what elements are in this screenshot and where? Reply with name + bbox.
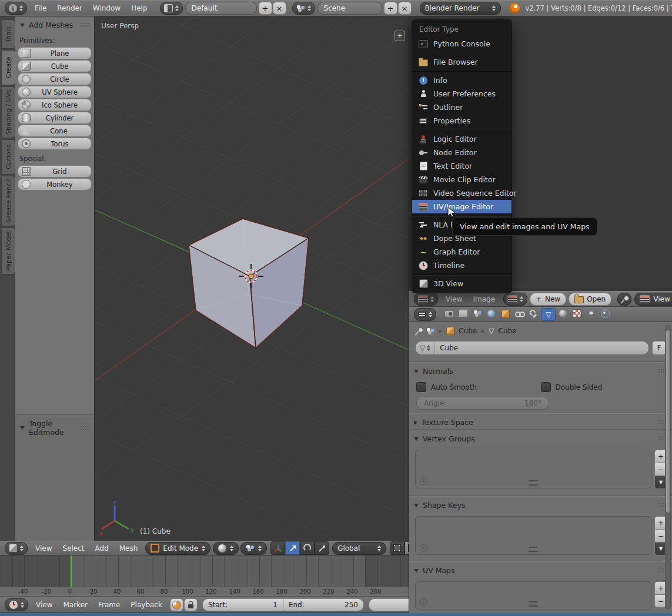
pivot-point-dropdown[interactable] (240, 542, 267, 555)
delete-layout-button[interactable]: × (273, 2, 286, 15)
fake-user-button[interactable]: F (652, 341, 666, 355)
end-frame-field[interactable]: End:250 (283, 598, 364, 611)
normals-panel-header[interactable]: Normals (409, 362, 672, 379)
menu-item-outliner[interactable]: Outliner (412, 101, 511, 114)
menu-uv-image[interactable]: Image (467, 295, 500, 303)
menu-item-3d-view[interactable]: 3D View (412, 277, 511, 290)
menu-timeline-view[interactable]: View (31, 601, 58, 609)
screen-layout-field[interactable]: Default (185, 2, 257, 15)
tab-object[interactable] (499, 308, 512, 320)
vertex-select-button[interactable] (390, 541, 404, 555)
menu-item-uv-image-editor[interactable]: UV/Image Editor (412, 200, 511, 213)
translate-manipulator-button[interactable] (285, 541, 300, 555)
add-ico-sphere-button[interactable]: Ico Sphere (18, 99, 92, 111)
menu-item-node-editor[interactable]: Node Editor (412, 146, 511, 159)
tab-world[interactable] (484, 308, 498, 320)
add-cube-button[interactable]: Cube (18, 60, 92, 72)
add-monkey-button[interactable]: Monkey (18, 178, 92, 190)
texture-space-panel-header[interactable]: Texture Space (409, 413, 672, 430)
add-torus-button[interactable]: Torus (18, 138, 92, 150)
menu-item-properties[interactable]: Properties (412, 114, 511, 128)
viewport-shading-dropdown[interactable] (213, 542, 239, 555)
tab-grease-pencil[interactable]: Grease Pencil (2, 176, 16, 226)
lock-button[interactable] (184, 598, 198, 611)
panel-grip-icon[interactable] (80, 22, 89, 28)
open-image-button[interactable]: Open (569, 293, 611, 306)
pin-button[interactable] (617, 293, 631, 306)
menu-render[interactable]: Render (52, 4, 88, 12)
tab-shading-uvs[interactable]: Shading / UVs (2, 86, 16, 138)
tab-create[interactable]: Create (2, 50, 16, 85)
viewport-3d[interactable]: User Persp + z y x (1) Cube (95, 16, 409, 541)
uv-view-dropdown[interactable]: View (634, 293, 672, 306)
add-plane-button[interactable]: Plane (18, 47, 92, 59)
tab-scene[interactable] (470, 308, 484, 320)
start-frame-field[interactable]: Start:1 (202, 598, 283, 611)
menu-help[interactable]: Help (126, 4, 152, 12)
add-layout-button[interactable]: + (259, 2, 272, 15)
add-cone-button[interactable]: Cone (18, 125, 92, 137)
properties-shelf-expand-button[interactable]: + (394, 31, 405, 41)
editor-type-button-info[interactable]: i (5, 2, 27, 15)
playhead[interactable] (71, 555, 72, 587)
object-icon[interactable] (446, 327, 454, 335)
uv-maps-panel-header[interactable]: UV Maps (409, 561, 672, 578)
timeline-tracks[interactable] (0, 555, 409, 587)
list-resize-handle[interactable] (529, 547, 538, 552)
toggle-editmode-panel-header[interactable]: Toggle Editmode (15, 415, 94, 440)
double-sided-option[interactable]: Double Sided (541, 382, 666, 392)
tab-tools[interactable]: Tools (2, 19, 16, 49)
menu-view3d-select[interactable]: Select (57, 544, 89, 553)
menu-timeline-playback[interactable]: Playback (125, 601, 168, 609)
menu-uv-view[interactable]: View (440, 295, 467, 303)
shape-keys-panel-header[interactable]: Shape Keys (409, 496, 672, 513)
timeline-ruler[interactable]: -40 -20 0 20 40 60 80 100 120 140 160 18… (0, 587, 409, 597)
transform-orientation-dropdown[interactable]: Global (332, 542, 386, 555)
image-browse-button[interactable] (503, 293, 527, 306)
scene-icon[interactable] (426, 327, 434, 335)
mesh-name-field[interactable]: ▽ Cube (415, 341, 649, 355)
manipulator-toggle-button[interactable] (270, 541, 285, 555)
add-scene-button[interactable]: + (384, 2, 397, 15)
tab-paper-model[interactable]: Paper Model (2, 227, 16, 274)
tab-render[interactable] (442, 308, 456, 320)
new-image-button[interactable]: + New (530, 293, 566, 306)
tab-texture[interactable] (570, 308, 584, 320)
menu-item-user-preferences[interactable]: User Preferences (412, 87, 511, 101)
properties-scrollbar[interactable] (665, 325, 671, 610)
tab-physics[interactable] (599, 308, 612, 320)
tab-material[interactable] (556, 308, 570, 320)
menu-item-movie-clip-editor[interactable]: Movie Clip Editor (412, 173, 511, 186)
menu-item-logic-editor[interactable]: Logic Editor (412, 132, 511, 146)
tab-particles[interactable]: * (584, 308, 598, 320)
list-resize-handle[interactable] (529, 480, 538, 486)
menu-view3d-add[interactable]: Add (90, 544, 114, 553)
menu-item-file-browser[interactable]: File Browser (412, 55, 511, 69)
mode-dropdown[interactable]: Edit Mode (145, 542, 210, 555)
menu-item-info[interactable]: iInfo (412, 73, 511, 87)
menu-timeline-frame[interactable]: Frame (93, 601, 125, 609)
menu-file[interactable]: File (29, 4, 52, 12)
menu-view3d-view[interactable]: View (30, 544, 57, 553)
auto-smooth-checkbox[interactable] (416, 382, 426, 392)
menu-item-text-editor[interactable]: Text Editor (412, 159, 511, 173)
breadcrumb-object[interactable]: Cube (459, 327, 477, 335)
menu-item-graph-editor[interactable]: ~Graph Editor (412, 245, 511, 259)
auto-smooth-option[interactable]: Auto Smooth (416, 382, 541, 392)
menu-item-video-sequence-editor[interactable]: Video Sequence Editor (412, 186, 511, 200)
angle-slider[interactable]: Angle: 180° (416, 397, 549, 410)
render-engine-dropdown[interactable]: Blender Render (420, 2, 501, 15)
shape-keys-list[interactable]: + (415, 516, 651, 555)
list-resize-handle[interactable] (529, 601, 538, 607)
delete-scene-button[interactable]: × (398, 2, 412, 15)
scale-manipulator-button[interactable] (315, 541, 329, 555)
auto-keyframe-button[interactable] (170, 598, 183, 611)
editor-type-button-3dview[interactable] (5, 542, 28, 555)
panel-grip-icon[interactable] (80, 426, 89, 431)
uv-maps-list[interactable]: + (415, 581, 651, 610)
scene-browse-button[interactable] (292, 2, 315, 15)
menu-item-timeline[interactable]: Timeline (412, 259, 511, 272)
add-uv-sphere-button[interactable]: UV Sphere (18, 86, 92, 98)
scene-field[interactable]: Scene (317, 2, 382, 15)
pin-icon[interactable] (415, 327, 422, 335)
